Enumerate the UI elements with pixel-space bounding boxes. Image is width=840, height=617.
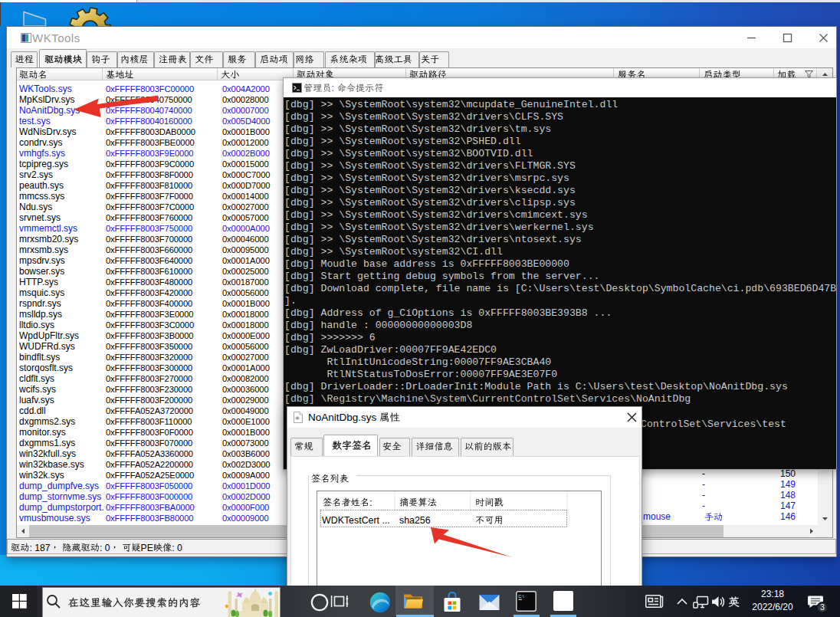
svg-text:3: 3 <box>820 603 825 612</box>
svg-text:C:\: C:\ <box>518 594 524 599</box>
